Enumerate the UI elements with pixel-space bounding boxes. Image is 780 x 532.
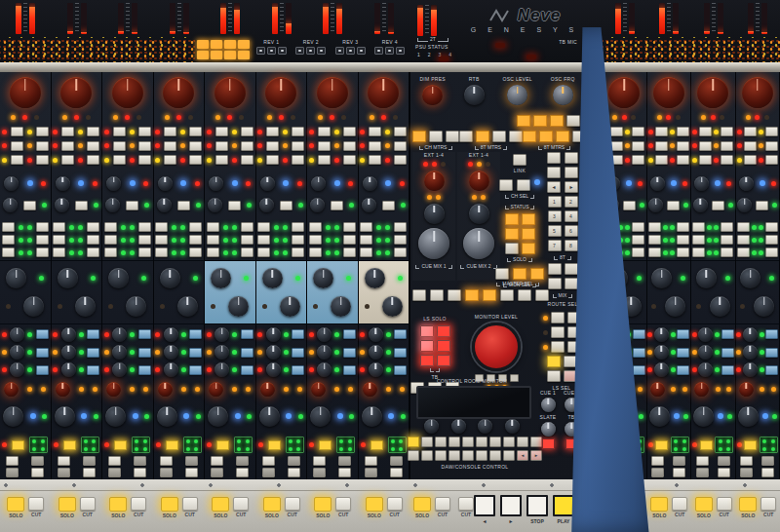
aux-send-knob[interactable] xyxy=(369,362,383,377)
strip-button[interactable] xyxy=(113,127,126,136)
strip-button[interactable] xyxy=(266,155,279,165)
strip-button[interactable] xyxy=(343,127,356,136)
daw-button[interactable] xyxy=(421,450,433,461)
strip-button[interactable] xyxy=(126,201,138,210)
dynamics-knob[interactable] xyxy=(158,176,173,191)
strip-button[interactable] xyxy=(677,141,689,151)
strip-button[interactable] xyxy=(134,468,146,477)
eq-hf-knob[interactable] xyxy=(211,268,231,288)
solo-button[interactable] xyxy=(263,497,281,512)
strip-button[interactable] xyxy=(11,141,23,151)
strip-button[interactable] xyxy=(61,155,74,165)
strip-button[interactable] xyxy=(36,247,49,257)
eq-hf-knob[interactable] xyxy=(651,268,672,288)
eq-lf-knob[interactable] xyxy=(177,296,198,317)
ls-sel-button[interactable] xyxy=(564,370,577,382)
daw-button[interactable] xyxy=(503,450,515,461)
cue-pan-knob[interactable] xyxy=(424,204,445,224)
cue-level-knob[interactable] xyxy=(650,382,665,397)
aux-button[interactable] xyxy=(722,365,734,375)
strip-button[interactable] xyxy=(211,456,223,466)
strip-button[interactable] xyxy=(721,155,733,165)
strip-button[interactable] xyxy=(138,141,151,151)
master-sel-button[interactable] xyxy=(465,289,479,301)
aux-send-knob[interactable] xyxy=(214,327,229,342)
cue-level-knob[interactable] xyxy=(311,382,326,397)
strip-button[interactable] xyxy=(677,247,689,257)
solo-mode-button[interactable] xyxy=(522,228,535,240)
strip-button[interactable] xyxy=(87,247,99,257)
strip-button[interactable] xyxy=(228,201,241,210)
solo-button[interactable] xyxy=(109,497,127,512)
master-sel-button[interactable] xyxy=(518,289,531,301)
aux-send-knob[interactable] xyxy=(112,362,127,377)
strip-button[interactable] xyxy=(369,155,381,165)
bridge-lit-button[interactable] xyxy=(238,51,250,59)
pan-knob[interactable] xyxy=(208,406,228,427)
strip-button[interactable] xyxy=(394,127,407,136)
strip-button[interactable] xyxy=(104,235,117,245)
aux-button[interactable] xyxy=(633,348,645,358)
solo-button[interactable] xyxy=(695,497,713,512)
aux-send-knob[interactable] xyxy=(214,345,229,360)
aux-button[interactable] xyxy=(138,348,151,358)
strip-button[interactable] xyxy=(667,201,680,210)
strip-button[interactable] xyxy=(36,155,49,165)
strip-button[interactable] xyxy=(177,201,190,210)
pan-knob[interactable] xyxy=(738,406,759,427)
strip-button[interactable] xyxy=(692,247,705,257)
meter-sel-button[interactable] xyxy=(539,131,553,142)
strip-button[interactable] xyxy=(292,247,304,257)
strip-button[interactable] xyxy=(138,235,151,245)
strip-button[interactable] xyxy=(215,155,228,165)
strip-button[interactable] xyxy=(292,155,304,165)
strip-button[interactable] xyxy=(241,141,254,151)
mix-route-button[interactable] xyxy=(565,263,578,275)
strip-button[interactable] xyxy=(365,456,377,466)
strip-button[interactable] xyxy=(343,235,356,245)
strip-button[interactable] xyxy=(648,222,661,232)
dynamics-knob[interactable] xyxy=(650,176,665,191)
cue-level-knob[interactable] xyxy=(739,382,754,397)
strip-button[interactable] xyxy=(104,222,117,232)
strip-button[interactable] xyxy=(53,222,65,232)
aux-button[interactable] xyxy=(765,329,778,339)
meter-sel-button[interactable] xyxy=(412,131,426,142)
strip-button[interactable] xyxy=(236,468,249,477)
solo-mode-button[interactable] xyxy=(505,243,519,254)
eq-hf-knob[interactable] xyxy=(58,268,78,288)
strip-button[interactable] xyxy=(309,222,322,232)
ls-solo-button[interactable] xyxy=(420,325,434,337)
strip-button[interactable] xyxy=(36,141,49,151)
cue-level-knob[interactable] xyxy=(106,382,121,397)
dynamics-knob[interactable] xyxy=(260,176,275,191)
ls-solo-button[interactable] xyxy=(437,340,450,352)
ls-solo-button[interactable] xyxy=(420,340,434,352)
strip-button[interactable] xyxy=(31,468,44,477)
solo-button[interactable] xyxy=(7,497,24,512)
strip-button[interactable] xyxy=(632,247,644,257)
osc-button[interactable] xyxy=(550,115,564,127)
solo-button[interactable] xyxy=(314,497,332,512)
strip-button[interactable] xyxy=(6,456,19,466)
route-arrow-button[interactable]: ► xyxy=(565,181,578,193)
mix-route-button[interactable] xyxy=(548,263,562,275)
aux-button[interactable] xyxy=(189,348,202,358)
aux-send-knob[interactable] xyxy=(654,345,669,360)
mon-button[interactable] xyxy=(744,440,757,450)
mix-route-button[interactable] xyxy=(548,278,562,289)
strip-button[interactable] xyxy=(632,127,644,136)
screen-knob[interactable] xyxy=(505,419,520,434)
daw-button[interactable] xyxy=(435,437,447,447)
ls-sel-button[interactable] xyxy=(551,341,565,353)
eq-lf-knob[interactable] xyxy=(75,296,96,317)
aux-button[interactable] xyxy=(765,348,778,358)
aux-button[interactable] xyxy=(292,365,304,375)
solo-mode-button[interactable] xyxy=(505,213,519,225)
route-arrow-button[interactable]: ◄ xyxy=(547,181,561,193)
strip-button[interactable] xyxy=(113,155,126,165)
transport-button[interactable] xyxy=(500,495,522,516)
pan-knob[interactable] xyxy=(105,406,126,427)
strip-button[interactable] xyxy=(737,235,750,245)
strip-button[interactable] xyxy=(160,468,173,477)
